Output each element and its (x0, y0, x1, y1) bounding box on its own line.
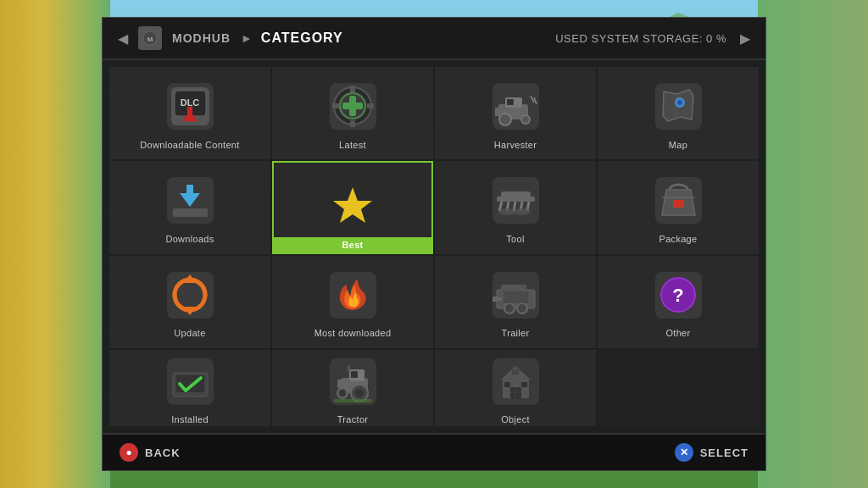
select-label: SELECT (700, 446, 748, 459)
grid-item-installed[interactable]: Installed (109, 350, 270, 426)
dlc-icon: DLC (160, 77, 220, 136)
main-panel: ◀ M MODHUB ► CATEGORY USED SYSTEM STORAG… (102, 17, 766, 471)
grid-item-package[interactable]: Package (598, 161, 759, 253)
grid-item-update[interactable]: Update (109, 256, 270, 348)
select-button[interactable]: ✕ SELECT (675, 443, 748, 462)
svg-text:DLC: DLC (180, 97, 199, 108)
svg-rect-73 (337, 380, 349, 388)
nav-right-arrow[interactable]: ▶ (733, 26, 757, 50)
installed-label: Installed (171, 414, 209, 424)
svg-point-60 (517, 303, 527, 313)
trailer-icon (486, 265, 545, 324)
nav-back-arrow[interactable]: ◀ (111, 26, 135, 50)
svg-rect-17 (332, 103, 339, 108)
breadcrumb-arrow: ► (241, 31, 253, 45)
svg-rect-87 (521, 382, 527, 387)
svg-point-75 (355, 389, 364, 397)
svg-text:?: ? (672, 285, 683, 306)
grid-item-downloads[interactable]: Downloads (109, 161, 270, 253)
grid-item-map[interactable]: Map (598, 67, 759, 159)
svg-point-24 (521, 115, 530, 124)
footer: ● BACK ✕ SELECT (103, 433, 765, 470)
svg-rect-14 (342, 103, 363, 109)
svg-rect-62 (504, 291, 528, 303)
svg-point-45 (498, 208, 515, 215)
map-label: Map (669, 140, 687, 150)
svg-point-31 (677, 100, 682, 105)
svg-rect-35 (186, 185, 193, 198)
svg-text:M: M (147, 36, 153, 43)
svg-rect-9 (187, 107, 192, 115)
background-right (758, 0, 868, 488)
svg-point-77 (340, 391, 345, 396)
header: ◀ M MODHUB ► CATEGORY USED SYSTEM STORAG… (103, 18, 765, 60)
grid-item-downloadable-content[interactable]: DLC Downloadable Content (109, 67, 270, 159)
grid-item-tractor[interactable]: Tractor (272, 350, 433, 426)
latest-icon (323, 77, 382, 136)
harvester-icon (486, 77, 545, 136)
nav-left: ◀ M MODHUB ► CATEGORY (111, 26, 343, 50)
back-circle-icon: ● (120, 443, 138, 462)
svg-rect-86 (504, 382, 510, 387)
svg-line-42 (514, 202, 515, 211)
svg-point-46 (514, 208, 531, 215)
latest-label: Latest (339, 140, 366, 150)
other-label: Other (665, 328, 690, 338)
downloads-icon (160, 171, 220, 230)
tool-icon (486, 171, 545, 230)
most-downloaded-label: Most downloaded (314, 328, 392, 338)
svg-rect-47 (501, 191, 531, 198)
svg-rect-61 (501, 285, 526, 291)
background-left (0, 0, 110, 488)
svg-rect-79 (334, 399, 372, 402)
back-button[interactable]: ● BACK (120, 443, 181, 462)
svg-rect-58 (492, 297, 498, 302)
update-label: Update (174, 328, 205, 338)
grid-item-other[interactable]: ? Other (598, 256, 759, 348)
grid-item-latest[interactable]: Latest (272, 67, 433, 159)
svg-rect-88 (512, 369, 519, 374)
modhub-icon: M (138, 26, 162, 50)
grid-item-tool[interactable]: Tool (435, 161, 596, 253)
object-label: Object (501, 414, 530, 424)
svg-rect-16 (350, 120, 355, 127)
package-label: Package (659, 234, 698, 244)
svg-rect-25 (495, 108, 502, 116)
object-icon (486, 352, 545, 411)
category-label: CATEGORY (261, 30, 343, 46)
svg-rect-33 (173, 208, 208, 217)
map-icon (648, 77, 708, 136)
tractor-icon (323, 352, 382, 411)
most-downloaded-icon (323, 265, 382, 324)
tool-label: Tool (506, 234, 524, 244)
select-circle-icon: ✕ (675, 443, 693, 462)
svg-rect-15 (350, 86, 355, 92)
downloadable-content-label: Downloadable Content (140, 140, 239, 150)
storage-label: USED SYSTEM STORAGE: 0 % (555, 32, 726, 45)
modhub-label: MODHUB (172, 31, 231, 45)
svg-rect-22 (507, 99, 514, 105)
svg-rect-18 (367, 103, 374, 108)
svg-rect-49 (673, 200, 684, 208)
best-icon (323, 176, 382, 236)
grid-item-object[interactable]: Object (435, 350, 596, 426)
svg-rect-72 (351, 371, 358, 378)
package-icon (648, 171, 708, 230)
harvester-label: Harvester (494, 140, 537, 150)
installed-icon (160, 352, 220, 411)
svg-point-59 (504, 303, 515, 313)
svg-rect-78 (348, 365, 350, 372)
update-icon (160, 265, 220, 324)
trailer-label: Trailer (502, 328, 530, 338)
other-icon: ? (648, 265, 708, 324)
grid-item-most-downloaded[interactable]: Most downloaded (272, 256, 433, 348)
best-label: Best (274, 237, 431, 252)
back-label: BACK (145, 446, 181, 459)
grid-item-empty (598, 350, 759, 426)
tractor-label: Tractor (337, 414, 369, 424)
downloads-label: Downloads (165, 234, 214, 244)
grid-item-harvester[interactable]: Harvester (435, 67, 596, 159)
category-grid: DLC Downloadable Content (103, 60, 765, 433)
grid-item-best[interactable]: Best (272, 161, 433, 253)
grid-item-trailer[interactable]: Trailer (435, 256, 596, 348)
